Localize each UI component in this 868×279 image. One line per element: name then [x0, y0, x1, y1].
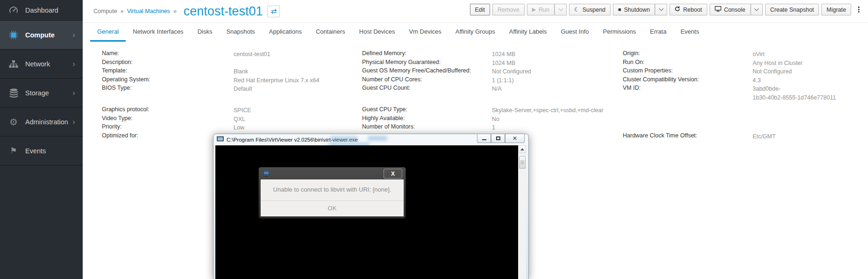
breadcrumb-section: Compute [93, 8, 117, 14]
tab-affinity-labels[interactable]: Affinity Labels [502, 23, 554, 42]
run-button[interactable]: ▶Run [527, 4, 555, 15]
console-dropdown-button[interactable] [751, 4, 763, 15]
tab-applications[interactable]: Applications [262, 23, 309, 42]
storage-icon [8, 88, 19, 98]
tab-errata[interactable]: Errata [643, 23, 673, 42]
field-value: Low [234, 123, 363, 132]
dialog-close-button[interactable]: X [384, 169, 402, 179]
vm-action-toolbar: Edit Remove ▶Run ☾Suspend ■Shutdown Rebo… [470, 4, 864, 15]
detail-row: Hardware Clock Time Offset:Etc/GMT [623, 132, 842, 141]
monitor-icon [715, 6, 721, 13]
detail-row: Description: [102, 59, 363, 68]
field-label: Priority: [102, 123, 234, 130]
detail-row: Defined Memory:1024 MB [362, 50, 624, 59]
chevron-down-icon [754, 7, 759, 11]
minimize-button[interactable] [477, 134, 491, 143]
field-label: Guest OS Memory Free/Cached/Buffered: [362, 67, 492, 74]
breadcrumb: Compute » Virtual Machines » centost-tes… [93, 0, 280, 22]
field-value: Default [234, 85, 363, 93]
window-controls: ✕ [477, 134, 525, 143]
field-value: Etc/GMT [753, 132, 842, 141]
chevron-down-icon [558, 7, 563, 11]
detail-row: BIOS Type:Default [102, 85, 363, 93]
moon-icon: ☾ [574, 7, 580, 13]
detail-row: Guest CPU Type:Skylake-Server,+spec-ctrl… [362, 106, 624, 115]
reboot-button[interactable]: Reboot [669, 4, 707, 15]
sidebar-item-administration[interactable]: ⚙ Administration › [0, 107, 83, 136]
ok-button[interactable]: OK [261, 200, 403, 216]
tab-general[interactable]: General [90, 23, 126, 42]
virt-viewer-app-icon [217, 136, 224, 144]
vm-detail-tabs: General Network Interfaces Disks Snapsho… [83, 23, 868, 42]
field-value: Blank [234, 67, 363, 76]
field-value: N/A [492, 85, 624, 93]
exchange-icon: ⇄ [271, 7, 277, 15]
kebab-menu-button[interactable]: ⋮ [854, 4, 864, 15]
field-label: Template: [102, 67, 234, 74]
tab-network-interfaces[interactable]: Network Interfaces [126, 23, 190, 42]
detail-row: Priority:Low [102, 123, 363, 132]
virt-viewer-titlebar[interactable]: C:\Program Files\VirtViewer v2.0256\bin\… [213, 134, 528, 145]
tab-host-devices[interactable]: Host Devices [352, 23, 402, 42]
tab-containers[interactable]: Containers [309, 23, 352, 42]
create-snapshot-button[interactable]: Create Snapshot [765, 4, 819, 15]
run-dropdown-button[interactable] [555, 4, 567, 15]
run-split-button: ▶Run [527, 4, 567, 15]
suspend-button[interactable]: ☾Suspend [569, 4, 611, 15]
field-label: Hardware Clock Time Offset: [623, 132, 753, 139]
field-label: Cluster Compatibility Version: [623, 76, 753, 83]
flag-icon: ⚑ [8, 146, 19, 156]
sidebar-item-dashboard[interactable]: Dashboard [0, 0, 83, 21]
page-header: Compute » Virtual Machines » centost-tes… [83, 0, 868, 23]
field-value: QXL [234, 115, 363, 124]
field-value: Not Configured [753, 67, 842, 76]
tab-permissions[interactable]: Permissions [596, 23, 643, 42]
scroll-up-button[interactable] [519, 145, 526, 153]
tab-guest-info[interactable]: Guest Info [554, 23, 596, 42]
tab-events[interactable]: Events [674, 23, 706, 42]
field-value: SPICE [234, 106, 363, 115]
shutdown-button[interactable]: ■Shutdown [613, 4, 655, 15]
chevron-right-icon: › [72, 59, 75, 69]
tab-snapshots[interactable]: Snapshots [219, 23, 262, 42]
scrollbar-thumb[interactable] [519, 156, 526, 169]
field-value: Not Configured [492, 67, 624, 76]
field-label: Highly Available: [362, 115, 492, 122]
detail-row: Guest OS Memory Free/Cached/Buffered:Not… [362, 67, 624, 76]
console-button[interactable]: Console [710, 4, 751, 15]
general-details-column-2: Defined Memory:1024 MB Physical Memory G… [362, 50, 624, 132]
sidebar-item-network[interactable]: Network › [0, 50, 83, 79]
sidebar-item-events[interactable]: ⚑ Events [0, 136, 83, 165]
close-button[interactable]: ✕ [505, 134, 525, 143]
sidebar-item-compute[interactable]: Compute › [0, 21, 83, 50]
detail-row: Origin:oVirt [623, 50, 842, 59]
detail-row: Custom Properties:Not Configured [623, 67, 842, 76]
shutdown-dropdown-button[interactable] [655, 4, 667, 15]
sidebar-item-storage[interactable]: Storage › [0, 79, 83, 107]
field-value: 3abd0bde-1b30-40b2-8555-1d746e778011 [753, 85, 842, 102]
migrate-button[interactable]: Migrate [821, 4, 851, 15]
maximize-icon [496, 136, 500, 140]
detail-row: Graphics protocol:SPICE [102, 106, 363, 115]
field-label: Number of Monitors: [362, 123, 492, 130]
breadcrumb-separator: » [173, 8, 177, 14]
console-split-button: Console [710, 4, 763, 15]
field-value: 1 [492, 123, 624, 132]
sidebar-item-label: Compute [25, 31, 55, 39]
remove-button[interactable]: Remove [492, 4, 525, 15]
sidebar-item-label: Storage [25, 89, 49, 97]
breadcrumb-separator: » [121, 8, 124, 14]
tab-affinity-groups[interactable]: Affinity Groups [448, 23, 502, 42]
edit-button[interactable]: Edit [470, 4, 491, 15]
field-value: Any Host in Cluster [753, 59, 842, 68]
error-dialog-titlebar[interactable]: X [259, 167, 406, 179]
maximize-button[interactable] [491, 134, 505, 143]
ovirt-admin-portal: Dashboard Compute › Network › Storage › … [0, 0, 868, 279]
breadcrumb-link-virtual-machines[interactable]: Virtual Machines [127, 8, 170, 14]
tab-disks[interactable]: Disks [191, 23, 220, 42]
field-label: VM ID: [623, 85, 753, 91]
tab-vm-devices[interactable]: Vm Devices [402, 23, 448, 42]
edit-name-button[interactable]: ⇄ [267, 6, 280, 17]
close-icon: ✕ [512, 135, 517, 142]
vertical-scrollbar[interactable] [518, 145, 526, 279]
